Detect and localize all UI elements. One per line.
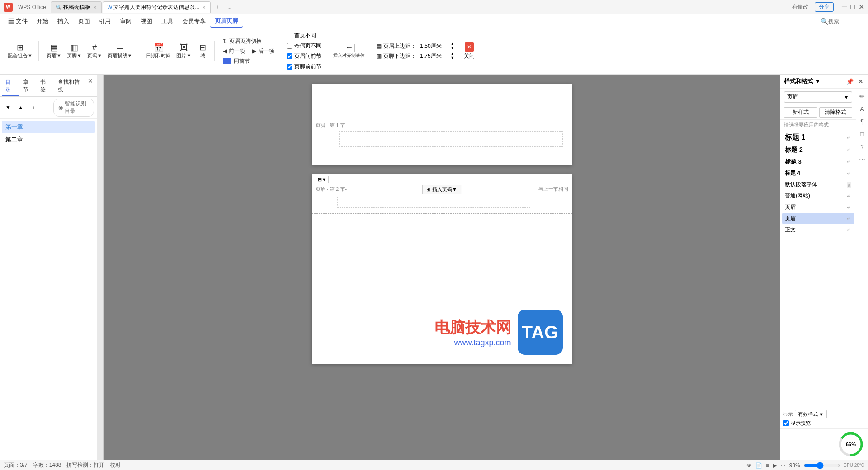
- style-item-header2[interactable]: 页眉 ↵: [782, 213, 854, 224]
- ribbon-btn-headerline[interactable]: ═ 页眉横线▼: [105, 42, 135, 61]
- panel-icon-edit[interactable]: ✏: [858, 91, 866, 101]
- toc-ai-button[interactable]: ◉ 智能识别目录: [53, 99, 94, 117]
- document-area[interactable]: 页脚 - 第 1 节- ⊞▼ 页眉 - 第 2 节- ⊞ 插入页码▼ 与上一节相…: [104, 75, 780, 460]
- menu-view[interactable]: 视图: [136, 15, 157, 27]
- sidebar-tool-up[interactable]: ▲: [15, 103, 26, 112]
- footer-margin-down[interactable]: ▼: [450, 56, 454, 60]
- menu-file[interactable]: ☰ 文件: [4, 15, 32, 27]
- checkbox-first-diff[interactable]: 首页不同: [287, 31, 316, 40]
- tab-templates[interactable]: 🔍 找稿壳模板 ✕: [51, 1, 102, 13]
- checkbox-oddeven-input[interactable]: [287, 43, 292, 49]
- maximize-button[interactable]: □: [850, 3, 855, 11]
- style-item-heading3[interactable]: 标题 3 ↵: [782, 156, 854, 168]
- show-value-dropdown[interactable]: 有效样式 ▼: [795, 410, 827, 418]
- style-dropdown[interactable]: 页眉 ▼: [784, 91, 852, 103]
- checkbox-footer-link[interactable]: 页脚前前节: [287, 62, 321, 71]
- panel-close-button[interactable]: ✕: [857, 78, 864, 85]
- checkbox-footer-link-input[interactable]: [287, 64, 292, 70]
- menu-vip[interactable]: 会员专享: [178, 15, 210, 27]
- close-window-button[interactable]: ✕: [859, 3, 864, 11]
- menu-page[interactable]: 页面: [74, 15, 94, 27]
- panel-pin-button[interactable]: 📌: [845, 78, 855, 85]
- menu-header-footer[interactable]: 页眉页脚: [210, 15, 243, 28]
- status-play-icon[interactable]: ▶: [773, 462, 777, 469]
- footer-margin-input[interactable]: [418, 52, 449, 60]
- menu-review[interactable]: 审阅: [115, 15, 136, 27]
- page-2-header[interactable]: ⊞▼ 页眉 - 第 2 节- ⊞ 插入页码▼ 与上一节相同: [312, 174, 572, 214]
- sidebar-tab-bookmark[interactable]: 书签: [37, 76, 53, 96]
- sidebar-tab-chapter[interactable]: 章节: [19, 76, 36, 96]
- panel-icon-more[interactable]: ⋯: [858, 155, 867, 164]
- ribbon-btn-sameas[interactable]: 同前节: [220, 56, 253, 66]
- header-margin-down[interactable]: ▼: [450, 46, 454, 50]
- page-1-footer-content[interactable]: [339, 131, 563, 147]
- minimize-button[interactable]: ─: [842, 3, 847, 11]
- ribbon-btn-switch[interactable]: ⇅ 页眉页脚切换: [220, 37, 264, 46]
- insert-page-code-button[interactable]: ⊞ 插入页码▼: [422, 185, 461, 194]
- ribbon-btn-datetime[interactable]: 📅 日期和时间: [144, 42, 173, 61]
- style-item-normal-web[interactable]: 普通(网站) ↵: [782, 190, 854, 202]
- tab-document-close[interactable]: ✕: [202, 5, 206, 10]
- ribbon-btn-combo[interactable]: ⊞ 配套组合▼: [5, 42, 35, 61]
- sidebar-tool-remove[interactable]: －: [41, 103, 52, 113]
- ribbon-btn-header[interactable]: ▤ 页眉▼: [44, 42, 64, 61]
- share-button[interactable]: 分享: [815, 2, 834, 12]
- status-view-icon3[interactable]: ≡: [766, 462, 769, 469]
- sidebar-tab-findreplace[interactable]: 查找和替换: [54, 76, 85, 96]
- checkbox-oddeven-diff[interactable]: 奇偶页不同: [287, 41, 321, 51]
- status-view-icon1[interactable]: 👁: [746, 462, 752, 469]
- ribbon-btn-next[interactable]: ▶ 后一项: [250, 47, 277, 56]
- ribbon-btn-pagecode[interactable]: # 页码▼: [85, 42, 104, 61]
- header-icon-dropdown[interactable]: ⊞▼: [316, 176, 329, 183]
- style-item-default-drop[interactable]: 默认段落字体 a: [782, 179, 854, 190]
- style-item-heading2[interactable]: 标题 2 ↵: [782, 144, 854, 156]
- toc-item-chapter2[interactable]: 第二章: [2, 133, 95, 146]
- menu-insert[interactable]: 插入: [53, 15, 74, 27]
- toc-item-chapter1[interactable]: 第一章: [2, 121, 95, 133]
- checkbox-first-diff-input[interactable]: [287, 33, 292, 38]
- status-icons-more[interactable]: ⋯: [780, 462, 786, 469]
- tab-template-close[interactable]: ✕: [93, 5, 97, 10]
- menu-reference[interactable]: 引用: [94, 15, 115, 27]
- menu-start[interactable]: 开始: [32, 15, 53, 27]
- ribbon-btn-picture[interactable]: 🖼 图片▼: [174, 42, 193, 61]
- menu-tools[interactable]: 工具: [157, 15, 178, 27]
- sidebar-close-button[interactable]: ✕: [86, 76, 95, 96]
- new-style-button[interactable]: 新样式: [784, 107, 817, 118]
- ribbon-btn-prev[interactable]: ◀ 前一项: [220, 47, 248, 56]
- panel-icon-question[interactable]: ?: [859, 142, 865, 152]
- tab-document[interactable]: W 文字是人类用符号记录表达信息以... ✕: [103, 1, 211, 13]
- preview-checkbox-label[interactable]: 显示预览: [783, 420, 853, 427]
- tab-more-button[interactable]: ⌄: [225, 3, 235, 11]
- header-margin-input[interactable]: [418, 42, 449, 50]
- ribbon-btn-insert-align-tab[interactable]: |←| 插入对齐制表位: [331, 42, 367, 60]
- style-item-header1[interactable]: 页眉 ↵: [782, 202, 854, 213]
- ribbon-btn-footer[interactable]: ▥ 页脚▼: [65, 42, 84, 61]
- status-proofreading[interactable]: 校对: [110, 461, 121, 469]
- search-input[interactable]: [828, 18, 864, 24]
- panel-icon-style[interactable]: A: [859, 104, 865, 114]
- style-item-body[interactable]: 正文 ↵: [782, 224, 854, 235]
- page-1-footer[interactable]: 页脚 - 第 1 节-: [312, 120, 572, 152]
- has-edit-label[interactable]: 有修改: [789, 2, 811, 12]
- clear-format-button[interactable]: 清除格式: [819, 107, 853, 118]
- sidebar-tab-toc[interactable]: 目录: [2, 76, 19, 96]
- status-view-icon2[interactable]: 📄: [755, 462, 762, 469]
- checkbox-header-link[interactable]: 页眉间前节: [287, 52, 321, 61]
- ribbon-btn-field[interactable]: ⊟ 域: [194, 42, 211, 61]
- preview-checkbox[interactable]: [783, 420, 789, 426]
- style-item-heading4[interactable]: 标题 4 ↵: [782, 168, 854, 179]
- page-2-header-content[interactable]: [337, 197, 530, 208]
- status-spell-check[interactable]: 拼写检测：打开: [66, 461, 104, 469]
- new-tab-button[interactable]: ＋: [212, 1, 224, 13]
- status-word-count[interactable]: 字数：1488: [33, 461, 61, 469]
- panel-icon-format[interactable]: ¶: [859, 117, 865, 127]
- sidebar-tool-dropdown[interactable]: ▼: [3, 103, 14, 112]
- style-item-heading1[interactable]: 标题 1 ↵: [782, 131, 854, 144]
- status-page-info[interactable]: 页面：3/7: [4, 461, 28, 469]
- sidebar-tool-add[interactable]: ＋: [28, 103, 39, 113]
- checkbox-header-link-input[interactable]: [287, 53, 292, 59]
- zoom-slider[interactable]: [804, 462, 840, 469]
- panel-icon-box[interactable]: □: [859, 129, 865, 139]
- ribbon-close-button[interactable]: ✕: [465, 42, 474, 52]
